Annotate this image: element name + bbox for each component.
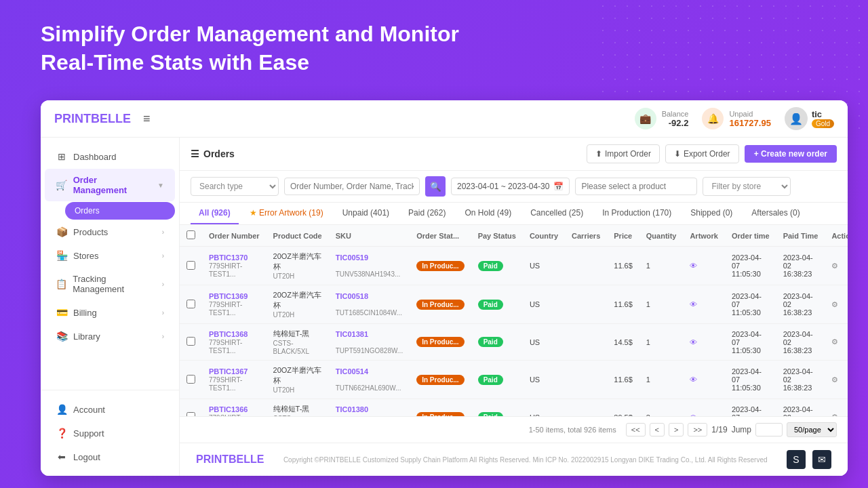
product-code-cell: 20OZ半磨汽车杯 UT20H	[267, 247, 329, 285]
create-order-button[interactable]: + Create new order	[745, 145, 837, 163]
orders-icon: ☰	[191, 148, 199, 159]
select-all-checkbox[interactable]	[186, 230, 195, 239]
sku-link[interactable]: TIC01381	[336, 330, 403, 338]
order-id-link[interactable]: PBTIC1370	[209, 253, 260, 262]
product-code-cell: 20OZ半磨汽车杯 UT20H	[267, 285, 329, 324]
email-icon[interactable]: ✉	[812, 450, 831, 469]
order-number-cell: PBTIC1370 779SHIRT-TEST1...	[202, 247, 267, 285]
view-artwork-icon[interactable]: 👁	[690, 375, 697, 384]
menu-icon[interactable]: ≡	[143, 112, 151, 126]
view-artwork-icon[interactable]: 👁	[690, 300, 697, 308]
tab-in-production[interactable]: In Production (170)	[594, 203, 679, 224]
tab-aftersales[interactable]: Aftersales (0)	[743, 203, 808, 224]
view-artwork-icon[interactable]: 👁	[690, 338, 697, 346]
skype-icon[interactable]: S	[787, 450, 806, 469]
tabs-bar: All (926) ★ Error Artwork (19) Unpaid (4…	[180, 203, 848, 225]
row-checkbox[interactable]	[186, 300, 195, 308]
paid-time-cell: 2023-04-02 16:38:23	[776, 361, 825, 399]
gold-badge: Gold	[812, 119, 834, 128]
chevron-right-icon: ›	[162, 228, 164, 236]
sidebar-item-label: Library	[73, 331, 100, 342]
row-checkbox[interactable]	[186, 337, 195, 346]
orders-title-text: Orders	[203, 148, 235, 159]
row-checkbox-cell	[180, 361, 202, 399]
row-checkbox-cell	[180, 247, 202, 285]
order-id-link[interactable]: PBTIC1367	[209, 367, 260, 375]
order-id-link[interactable]: PBTIC1369	[209, 292, 260, 300]
sidebar-item-orders[interactable]: Orders	[65, 202, 175, 220]
prev-page-button[interactable]: <	[650, 423, 665, 436]
pay-status-badge: Paid	[478, 375, 503, 385]
sidebar-item-billing[interactable]: 💳 Billing ›	[45, 301, 175, 324]
order-id-link[interactable]: PBTIC1366	[209, 405, 260, 413]
logo-belle: BELLE	[91, 112, 131, 125]
product-filter[interactable]	[575, 178, 697, 195]
tab-all[interactable]: All (926)	[191, 203, 239, 224]
action-gear-icon[interactable]: ⚙	[831, 262, 838, 270]
date-range-picker[interactable]: 2023-04-01 ~ 2023-04-30 📅	[451, 178, 570, 195]
next-page-button[interactable]: >	[669, 423, 684, 436]
order-sub: 779SHIRT-TEST1...	[209, 301, 242, 317]
pay-status-badge: Paid	[478, 300, 503, 310]
search-icon: 🔍	[430, 182, 441, 192]
artwork-cell: 👁	[683, 324, 725, 361]
tab-error-artwork[interactable]: ★ Error Artwork (19)	[241, 203, 332, 224]
product-code-cell: 20OZ半磨汽车杯 UT20H	[267, 361, 329, 399]
store-filter[interactable]: Filter by store	[703, 177, 791, 196]
sidebar-item-stores[interactable]: 🏪 Stores ›	[45, 244, 175, 267]
sidebar-item-logout[interactable]: ⬅ Logout	[45, 445, 175, 468]
tab-unpaid[interactable]: Unpaid (401)	[334, 203, 397, 224]
country-cell: US	[523, 324, 565, 361]
sidebar-item-dashboard[interactable]: ⊞ Dashboard	[45, 145, 175, 168]
tab-shipped[interactable]: Shipped (0)	[682, 203, 741, 224]
tab-paid[interactable]: Paid (262)	[400, 203, 454, 224]
tab-on-hold[interactable]: On Hold (49)	[456, 203, 519, 224]
sku-sub: TUT1685CIN1084W...	[336, 309, 402, 317]
th-carriers: Carriers	[565, 225, 607, 247]
price-cell: 11.6$	[607, 285, 639, 324]
page-jump-input[interactable]	[755, 423, 783, 436]
action-gear-icon[interactable]: ⚙	[831, 375, 838, 384]
order-status-cell: In Produc...	[410, 361, 471, 399]
sidebar-item-account[interactable]: 👤 Account	[45, 398, 175, 421]
sku-link[interactable]: TIC01380	[336, 405, 403, 413]
search-input[interactable]	[284, 178, 420, 195]
view-artwork-icon[interactable]: 👁	[690, 262, 697, 270]
quantity-cell: 1	[639, 247, 684, 285]
import-order-button[interactable]: ⬆ Import Order	[587, 144, 660, 163]
order-number-cell: PBTIC1367 779SHIRT-TEST1...	[202, 361, 267, 399]
last-page-button[interactable]: >>	[688, 423, 707, 436]
order-number-cell: PBTIC1368 779SHIRT-TEST1...	[202, 324, 267, 361]
order-id-link[interactable]: PBTIC1368	[209, 330, 260, 338]
sidebar-item-support[interactable]: ❓ Support	[45, 422, 175, 445]
artwork-cell: 👁	[683, 247, 725, 285]
row-checkbox[interactable]	[186, 261, 195, 270]
page-size-select[interactable]: 50/page	[787, 422, 837, 437]
price-cell: 39.5$	[607, 399, 639, 417]
action-gear-icon[interactable]: ⚙	[831, 338, 838, 346]
sidebar-item-library[interactable]: 📚 Library ›	[45, 325, 175, 348]
action-gear-icon[interactable]: ⚙	[831, 300, 838, 308]
export-order-button[interactable]: ⬇ Export Order	[665, 144, 739, 163]
footer: PRINTBELLE Copyright ©PRINTBELLE Customi…	[180, 443, 848, 476]
sidebar-item-products[interactable]: 📦 Products ›	[45, 220, 175, 243]
search-button[interactable]: 🔍	[425, 176, 446, 197]
pay-status-cell: Paid	[471, 247, 523, 285]
first-page-button[interactable]: <<	[626, 423, 646, 436]
pay-status-badge: Paid	[478, 337, 503, 347]
order-status-badge: In Produc...	[416, 337, 464, 347]
content-area: ⊞ Dashboard 🛒 Order Management ▼ Orders …	[41, 138, 848, 476]
row-checkbox[interactable]	[186, 375, 195, 384]
footer-logo-belle: BELLE	[229, 453, 264, 465]
tab-cancelled[interactable]: Cancelled (25)	[522, 203, 591, 224]
sku-link[interactable]: TIC00514	[336, 367, 403, 375]
sidebar-item-tracking[interactable]: 📋 Tracking Management ›	[45, 268, 175, 300]
th-price: Price	[607, 225, 639, 247]
order-sub: 779SHIRT-TEST1...	[209, 339, 242, 354]
sidebar-item-order-management[interactable]: 🛒 Order Management ▼	[45, 169, 175, 201]
sku-link[interactable]: TIC00518	[336, 292, 403, 300]
search-type-select[interactable]: Search type	[191, 177, 279, 196]
table-row: PBTIC1370 779SHIRT-TEST1... 20OZ半磨汽车杯 UT…	[180, 247, 848, 285]
sku-link[interactable]: TIC00519	[336, 253, 403, 262]
sidebar-nav: ⊞ Dashboard 🛒 Order Management ▼ Orders …	[41, 138, 179, 390]
